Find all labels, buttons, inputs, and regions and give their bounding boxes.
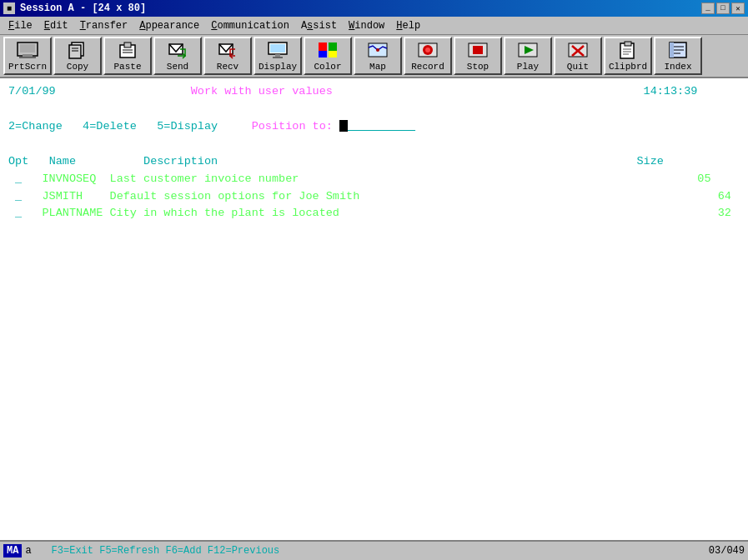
display-button[interactable]: Display: [254, 37, 302, 75]
col-header-row: Opt Name Description Size: [8, 153, 740, 171]
display-icon: [266, 40, 289, 60]
svg-rect-35: [625, 42, 631, 46]
clipbrd-label: Clipbrd: [609, 62, 647, 72]
record-label: Record: [411, 62, 444, 72]
blank-row-1: [8, 101, 740, 118]
display-label: Display: [259, 62, 297, 72]
position-label: Position to:: [218, 118, 333, 136]
play-icon: [516, 40, 540, 60]
send-button[interactable]: Send: [153, 37, 202, 75]
name-header: Name: [28, 153, 76, 171]
maximize-button[interactable]: □: [716, 2, 730, 14]
send-icon: [166, 40, 189, 60]
time-value: 14:13:39: [644, 83, 698, 101]
index-label: Index: [664, 62, 691, 72]
play-button[interactable]: Play: [504, 37, 552, 75]
svg-rect-18: [319, 42, 327, 51]
opt-3: _: [8, 205, 22, 222]
copy-label: Copy: [67, 62, 88, 72]
blank-row-2: [8, 136, 740, 153]
commands-row: 2=Change 4=Delete 5=Display Position to:…: [8, 118, 740, 136]
title-bar: ■ Session A - [24 x 80] _ □ ✕: [0, 0, 748, 17]
svg-rect-3: [19, 57, 36, 58]
name-3: PLANTNAME: [22, 205, 103, 222]
menu-assist[interactable]: Assist: [296, 19, 342, 32]
paste-icon: [116, 40, 139, 60]
table-row: _ PLANTNAME City in which the plant is l…: [8, 205, 740, 222]
title-bar-left: ■ Session A - [24 x 80]: [3, 2, 146, 14]
svg-rect-20: [319, 51, 327, 58]
index-icon: [666, 40, 690, 60]
svg-rect-19: [329, 42, 337, 51]
recv-label: Recv: [217, 62, 238, 72]
time-display: [333, 83, 644, 101]
stop-label: Stop: [467, 62, 489, 72]
status-cursor-text: a: [25, 545, 31, 557]
desc-header: Description: [76, 153, 218, 171]
svg-rect-21: [329, 51, 337, 58]
position-cursor: __________: [333, 118, 415, 136]
opt-header: Opt: [8, 153, 28, 171]
recv-button[interactable]: Recv: [203, 37, 252, 75]
svg-point-26: [425, 48, 430, 52]
date-display: 7/01/99: [8, 83, 56, 101]
color-label: Color: [314, 62, 341, 72]
paste-label: Paste: [113, 62, 141, 72]
svg-rect-2: [23, 54, 33, 57]
close-button[interactable]: ✕: [731, 2, 745, 14]
menu-window[interactable]: Window: [344, 19, 389, 32]
status-position: 03/049: [709, 545, 745, 557]
svg-point-23: [376, 48, 379, 52]
prtscr-button[interactable]: PrtScrn: [3, 37, 52, 75]
svg-rect-9: [124, 42, 131, 48]
menu-help[interactable]: Help: [391, 19, 425, 32]
menu-appearance[interactable]: Appearance: [134, 19, 204, 32]
header-row: 7/01/99 Work with user values 14:13:39: [8, 83, 740, 101]
svg-rect-28: [473, 46, 483, 54]
send-label: Send: [167, 62, 188, 72]
svg-rect-15: [270, 44, 285, 52]
map-label: Map: [369, 62, 386, 72]
opt-2: _: [8, 188, 22, 206]
quit-button[interactable]: Quit: [554, 37, 602, 75]
color-icon: [316, 40, 339, 60]
size-2: 64: [359, 188, 731, 206]
prtscr-icon: [16, 40, 39, 60]
table-row: _ JSMITH Default session options for Joe…: [8, 188, 740, 206]
terminal: 7/01/99 Work with user values 14:13:39 2…: [0, 78, 748, 540]
prtscr-label: PrtScrn: [8, 62, 47, 72]
map-icon: [366, 40, 389, 60]
minimize-button[interactable]: _: [701, 2, 715, 14]
stop-button[interactable]: Stop: [454, 37, 502, 75]
menu-transfer[interactable]: Transfer: [75, 19, 133, 32]
index-button[interactable]: Index: [654, 37, 702, 75]
copy-button[interactable]: Copy: [53, 37, 102, 75]
svg-rect-17: [273, 57, 283, 58]
color-button[interactable]: Color: [304, 37, 352, 75]
size-1: 05: [299, 171, 710, 188]
toolbar: PrtScrn Copy Paste: [0, 35, 748, 78]
menu-file[interactable]: File: [3, 19, 38, 32]
fkey-bar: F3=Exit F5=Refresh F6=Add F12=Previous: [52, 545, 280, 557]
title-buttons: _ □ ✕: [701, 2, 745, 14]
clipbrd-button[interactable]: Clipbrd: [604, 37, 652, 75]
desc-3: City in which the plant is located: [103, 205, 339, 222]
record-button[interactable]: Record: [404, 37, 452, 75]
quit-label: Quit: [567, 62, 589, 72]
clipbrd-icon: [616, 40, 640, 60]
name-1: INVNOSEQ: [22, 171, 96, 188]
menu-edit[interactable]: Edit: [39, 19, 73, 32]
size-3: 32: [339, 205, 731, 222]
svg-rect-5: [69, 45, 81, 58]
table-row: _ INVNOSEQ Last customer invoice number …: [8, 171, 740, 188]
quit-icon: [566, 40, 590, 60]
svg-rect-43: [670, 42, 674, 58]
paste-button[interactable]: Paste: [103, 37, 152, 75]
desc-2: Default session options for Joe Smith: [83, 188, 359, 206]
window-title: Session A - [24 x 80]: [20, 2, 146, 14]
menu-communication[interactable]: Communication: [206, 19, 294, 32]
map-button[interactable]: Map: [354, 37, 402, 75]
recv-icon: [216, 40, 239, 60]
svg-rect-16: [275, 54, 280, 57]
commands-text: 2=Change 4=Delete 5=Display: [8, 118, 218, 136]
